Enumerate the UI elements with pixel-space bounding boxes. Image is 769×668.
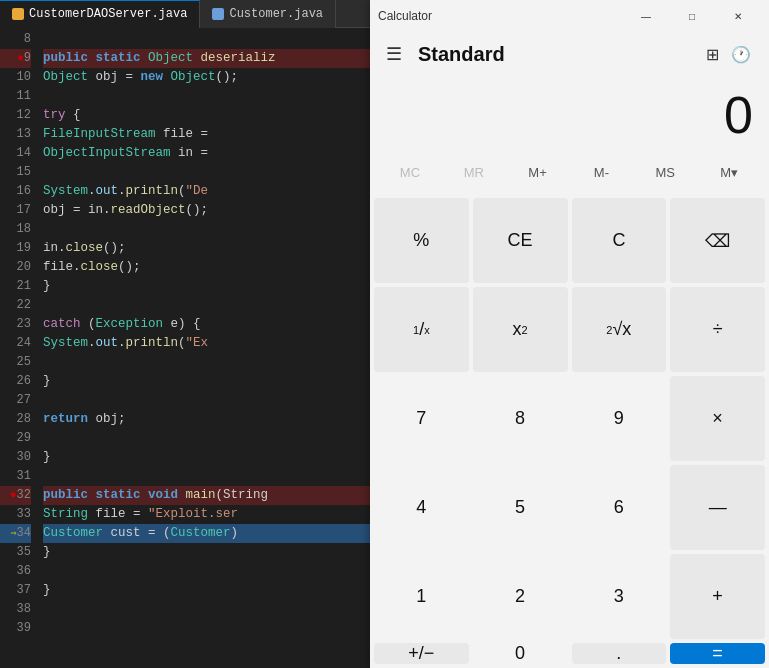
btn-sqrt[interactable]: 2√x [572, 287, 667, 372]
code-line-8 [43, 30, 370, 49]
btn-negate[interactable]: +/− [374, 643, 469, 664]
memory-panel-icon[interactable]: ⊞ [700, 39, 725, 70]
btn-square[interactable]: x2 [473, 287, 568, 372]
calc-mode-title: Standard [418, 43, 700, 66]
btn-1[interactable]: 1 [374, 554, 469, 639]
code-line-24: System.out.println("Ex [43, 334, 370, 353]
btn-backspace[interactable]: ⌫ [670, 198, 765, 283]
memory-row: MC MR M+ M- MS M▾ [370, 150, 769, 194]
maximize-button[interactable]: □ [669, 0, 715, 32]
code-content[interactable]: public static Object deserializ Object o… [35, 28, 370, 668]
btn-CE[interactable]: CE [473, 198, 568, 283]
mem-btn-Mdown[interactable]: M▾ [697, 154, 761, 190]
mem-btn-Mplus[interactable]: M+ [506, 154, 570, 190]
code-line-13: FileInputStream file = [43, 125, 370, 144]
btn-5[interactable]: 5 [473, 465, 568, 550]
mem-btn-MC[interactable]: MC [378, 154, 442, 190]
code-line-30: } [43, 448, 370, 467]
code-line-27 [43, 391, 370, 410]
minimize-button[interactable]: — [623, 0, 669, 32]
customer-file-icon [212, 8, 224, 20]
code-line-21: } [43, 277, 370, 296]
tab-customer[interactable]: Customer.java [200, 0, 336, 28]
tab-label-customer: Customer.java [229, 7, 323, 21]
code-line-14: ObjectInputStream in = [43, 144, 370, 163]
btn-subtract[interactable]: — [670, 465, 765, 550]
btn-6[interactable]: 6 [572, 465, 667, 550]
mem-btn-MS[interactable]: MS [633, 154, 697, 190]
btn-multiply[interactable]: × [670, 376, 765, 461]
code-line-22 [43, 296, 370, 315]
btn-2[interactable]: 2 [473, 554, 568, 639]
code-line-18 [43, 220, 370, 239]
code-line-39 [43, 619, 370, 638]
code-line-19: in.close(); [43, 239, 370, 258]
code-line-34: Customer cust = (Customer) [43, 524, 370, 543]
code-line-12: try { [43, 106, 370, 125]
btn-decimal[interactable]: . [572, 643, 667, 664]
hamburger-menu-icon[interactable]: ☰ [378, 35, 410, 73]
calc-title-text: Calculator [378, 9, 432, 23]
code-line-11 [43, 87, 370, 106]
editor-tabs: CustomerDAOServer.java Customer.java [0, 0, 370, 28]
code-line-15 [43, 163, 370, 182]
code-line-20: file.close(); [43, 258, 370, 277]
code-line-17: obj = in.readObject(); [43, 201, 370, 220]
btn-8[interactable]: 8 [473, 376, 568, 461]
btn-7[interactable]: 7 [374, 376, 469, 461]
code-line-31 [43, 467, 370, 486]
calc-window-controls: — □ ✕ [623, 0, 761, 32]
code-line-35: } [43, 543, 370, 562]
code-line-37: } [43, 581, 370, 600]
tab-customerDAOServer[interactable]: CustomerDAOServer.java [0, 0, 200, 28]
code-line-16: System.out.println("De [43, 182, 370, 201]
code-line-28: return obj; [43, 410, 370, 429]
calc-header: ☰ Standard ⊞ 🕐 [370, 32, 769, 76]
code-line-25 [43, 353, 370, 372]
btn-9[interactable]: 9 [572, 376, 667, 461]
btn-3[interactable]: 3 [572, 554, 667, 639]
calculator-window: Calculator — □ ✕ ☰ Standard ⊞ 🕐 0 MC MR … [370, 0, 769, 668]
mem-btn-Mminus[interactable]: M- [569, 154, 633, 190]
code-line-23: catch (Exception e) { [43, 315, 370, 334]
code-line-32: public static void main(String [43, 486, 370, 505]
code-area: 8●91011121314151617181920212223242526272… [0, 28, 370, 668]
calc-titlebar: Calculator — □ ✕ [370, 0, 769, 32]
code-line-9: public static Object deserializ [43, 49, 370, 68]
btn-divide[interactable]: ÷ [670, 287, 765, 372]
history-icon[interactable]: 🕐 [725, 39, 757, 70]
mem-btn-MR[interactable]: MR [442, 154, 506, 190]
btn-reciprocal[interactable]: 1/x [374, 287, 469, 372]
code-line-10: Object obj = new Object(); [43, 68, 370, 87]
close-button[interactable]: ✕ [715, 0, 761, 32]
code-line-36 [43, 562, 370, 581]
btn-0[interactable]: 0 [473, 643, 568, 664]
java-file-icon [12, 8, 24, 20]
line-numbers: 8●91011121314151617181920212223242526272… [0, 28, 35, 668]
code-line-26: } [43, 372, 370, 391]
btn-C[interactable]: C [572, 198, 667, 283]
calc-button-grid: % CE C ⌫ 1/x x2 2√x ÷ 7 8 9 × 4 5 6 — 1 … [370, 194, 769, 668]
calc-display: 0 [370, 76, 769, 150]
editor-panel: CustomerDAOServer.java Customer.java 8●9… [0, 0, 370, 668]
tab-label-customerDAOServer: CustomerDAOServer.java [29, 7, 187, 21]
btn-4[interactable]: 4 [374, 465, 469, 550]
btn-equals[interactable]: = [670, 643, 765, 664]
code-line-38 [43, 600, 370, 619]
code-line-33: String file = "Exploit.ser [43, 505, 370, 524]
btn-add[interactable]: + [670, 554, 765, 639]
btn-percent[interactable]: % [374, 198, 469, 283]
code-line-29 [43, 429, 370, 448]
